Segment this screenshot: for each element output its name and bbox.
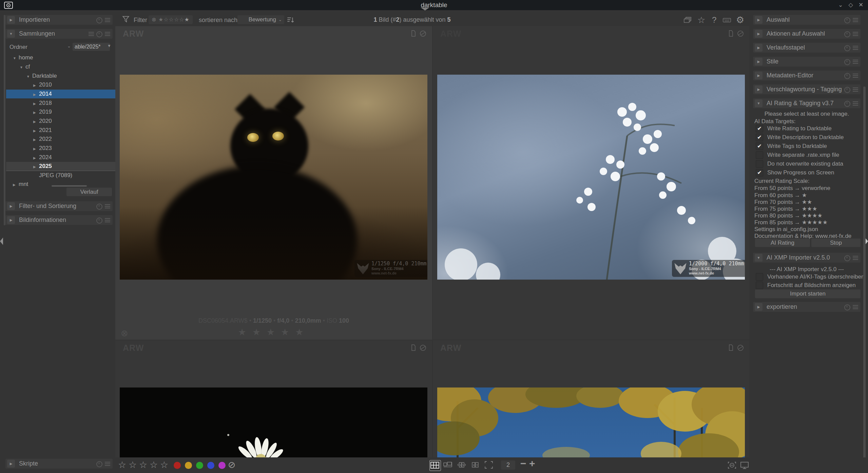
panel-aktionen-auf-auswahl[interactable]: ▶ Aktionen auf Auswahl	[753, 29, 861, 39]
checkbox-label[interactable]: Write Description to Darktable	[767, 134, 844, 141]
presets-icon[interactable]	[105, 204, 110, 209]
panel-sammlungen[interactable]: ▼ Sammlungen	[5, 29, 113, 39]
collection-dropdown-button[interactable]: ▼	[107, 43, 111, 48]
reset-icon[interactable]	[844, 59, 850, 65]
checkbox-label[interactable]: Write Rating to Darktable	[767, 125, 832, 132]
collapsed-icon[interactable]: ▶	[33, 135, 39, 144]
reset-icon[interactable]	[844, 31, 850, 37]
reset-icon[interactable]	[844, 73, 850, 79]
collection-property-select[interactable]: Ordner	[9, 44, 27, 51]
expand-right-icon[interactable]: ▶	[755, 30, 763, 38]
color-label-red[interactable]	[174, 462, 181, 469]
reset-icon[interactable]	[844, 304, 850, 310]
reset-icon[interactable]	[96, 31, 102, 37]
collapsed-icon[interactable]: ▶	[13, 181, 19, 189]
checkbox-show-progress-xmp[interactable]	[756, 282, 763, 289]
close-button[interactable]: ✕	[856, 1, 865, 10]
panel-filter-sortierung[interactable]: ▶ Filter- und Sortierung	[5, 201, 113, 211]
reset-icon[interactable]	[844, 45, 850, 51]
tree-item-cf[interactable]: ▼cf	[6, 62, 126, 71]
checkbox-no-overwrite[interactable]	[756, 160, 763, 168]
grouping-icon[interactable]	[683, 16, 692, 24]
reject-icon[interactable]: ⊗	[121, 328, 128, 339]
rate-star-1[interactable]: ☆	[118, 459, 126, 470]
stop-button[interactable]: Stop	[811, 239, 861, 247]
import-start-button[interactable]: Import starten	[755, 289, 861, 298]
expand-right-icon[interactable]: ▶	[7, 216, 15, 224]
collapsed-icon[interactable]: ▶	[33, 154, 39, 163]
chevron-down-icon[interactable]: ⌄	[67, 43, 71, 49]
expand-right-icon[interactable]: ▶	[7, 460, 15, 468]
rate-star-2[interactable]: ☆	[129, 459, 137, 470]
checkbox-show-progress[interactable]: ✔	[756, 169, 763, 176]
collapsed-icon[interactable]: ▶	[33, 117, 39, 126]
minimize-button[interactable]: ⌄	[836, 1, 845, 10]
panel-stile[interactable]: ▶ Stile	[753, 57, 861, 67]
preferences-gear-icon[interactable]: ⚙	[736, 15, 744, 25]
display-profile-icon[interactable]	[739, 460, 750, 471]
expand-right-icon[interactable]: ▶	[7, 202, 15, 210]
tree-horizontal-scrollbar[interactable]	[52, 185, 87, 187]
rating-stars[interactable]: ★★★★★	[238, 327, 309, 337]
ai-rating-button[interactable]: AI Rating	[755, 239, 810, 247]
collapsed-icon[interactable]: ▶	[33, 145, 39, 153]
checkbox-write-description[interactable]: ✔	[756, 134, 763, 141]
zoom-in-button[interactable]: +	[529, 458, 535, 469]
presets-icon[interactable]	[105, 218, 110, 223]
panel-importieren[interactable]: ▶ Importieren	[5, 15, 113, 25]
thumbnail-cell-4[interactable]: ARW	[433, 340, 750, 457]
checkbox-write-rating[interactable]: ✔	[756, 125, 763, 132]
panel-ai-xmp-importer[interactable]: ▼ AI XMP Importer v2.5.0	[753, 253, 861, 263]
presets-icon[interactable]	[853, 256, 858, 260]
help-icon[interactable]: ?	[712, 15, 716, 25]
panel-bildinformationen[interactable]: ▶ Bildinformationen	[5, 215, 113, 225]
expand-right-icon[interactable]: ▶	[755, 58, 763, 65]
checkbox-label[interactable]: Write Tags to Darktable	[767, 143, 827, 150]
expand-right-icon[interactable]: ▶	[755, 303, 763, 311]
reset-icon[interactable]	[96, 204, 102, 210]
presets-icon[interactable]	[105, 18, 110, 22]
presets-icon[interactable]	[853, 74, 858, 78]
collapse-down-icon[interactable]: ▼	[755, 99, 763, 107]
zoom-out-button[interactable]: −	[520, 458, 526, 469]
panel-ai-rating-tagging[interactable]: ▼ AI Rating & Tagging v3.7	[753, 98, 861, 108]
presets-icon[interactable]	[853, 32, 858, 36]
collection-path-input[interactable]: able/2025*	[73, 43, 110, 51]
collapsed-icon[interactable]: ▶	[33, 127, 39, 135]
view-filemanager-icon[interactable]	[429, 460, 441, 471]
presets-icon[interactable]	[853, 46, 858, 50]
presets-icon[interactable]	[853, 305, 858, 309]
reset-icon[interactable]	[844, 255, 850, 261]
expand-right-icon[interactable]: ▶	[755, 16, 763, 24]
focus-peaking-icon[interactable]	[727, 460, 738, 471]
checkbox-label[interactable]: Write separate .rate.xmp file	[767, 152, 839, 158]
thumbnail-cell-2[interactable]: ARW	[433, 26, 750, 340]
checkbox-label[interactable]: Fortschritt auf Bildschirm anzeigen	[767, 282, 856, 289]
rate-star-5[interactable]: ☆	[160, 459, 168, 470]
color-label-yellow[interactable]	[185, 462, 192, 469]
photo-black-cat[interactable]: 1/1250 f/4,0 210mm IS Sony - ILCE-7RM4 w…	[120, 75, 427, 280]
color-label-blue[interactable]	[207, 462, 214, 469]
checkbox-separate-xmp[interactable]	[756, 151, 763, 159]
thumbnails-per-row-input[interactable]: 2	[501, 460, 515, 470]
expanded-icon[interactable]: ▼	[20, 63, 25, 72]
reset-icon[interactable]	[844, 87, 850, 93]
expanded-icon[interactable]: ▼	[13, 54, 19, 63]
left-panel-scrollbar[interactable]	[4, 15, 5, 225]
maximize-button[interactable]: ◇	[846, 1, 855, 10]
panel-skripte[interactable]: ▶ Skripte	[5, 459, 113, 469]
presets-icon[interactable]	[105, 462, 110, 466]
panel-metadaten-editor[interactable]: ▶ Metadaten-Editor	[753, 71, 861, 80]
overlays-star-icon[interactable]: ☆	[697, 15, 705, 25]
reset-icon[interactable]	[96, 17, 102, 23]
reset-icon[interactable]	[844, 101, 850, 107]
collapse-down-icon[interactable]: ▼	[755, 254, 763, 262]
rate-star-3[interactable]: ☆	[139, 459, 147, 470]
color-label-purple[interactable]	[218, 462, 226, 469]
collapsed-icon[interactable]: ▶	[33, 163, 39, 171]
tree-item-home[interactable]: ▼home	[6, 53, 119, 62]
photo-autumn-trees[interactable]	[437, 387, 745, 457]
panel-verschlagwortung[interactable]: ▶ Verschlagwortung - Tagging	[753, 84, 861, 94]
expand-right-icon[interactable]: ▶	[755, 86, 763, 93]
view-culling-fixed-icon[interactable]: XY	[470, 460, 481, 470]
